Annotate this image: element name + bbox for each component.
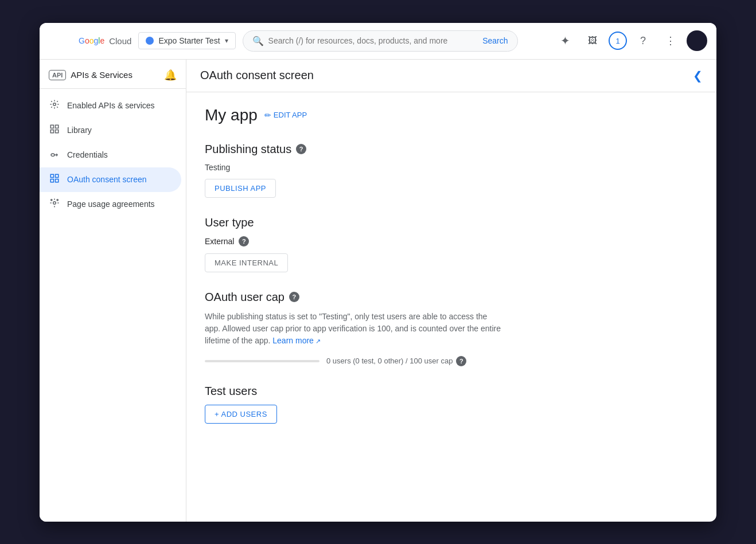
svg-rect-2	[56, 125, 59, 128]
notification-count: 1	[615, 37, 619, 45]
publishing-status-value: Testing	[205, 163, 698, 172]
sidebar-item-label-enabled-apis: Enabled APIs & services	[67, 101, 155, 110]
publishing-status-label: Publishing status	[205, 143, 291, 156]
sidebar-nav: Enabled APIs & services Library Credenti…	[40, 89, 186, 221]
bell-icon: 🔔	[164, 69, 177, 81]
sidebar-item-oauth-consent[interactable]: OAuth consent screen	[40, 167, 181, 192]
progress-container: 0 users (0 test, 0 other) / 100 user cap…	[205, 356, 698, 366]
page-usage-icon	[49, 198, 60, 211]
notification-badge[interactable]: 1	[609, 32, 627, 50]
oauth-cap-desc-text: While publishing status is set to "Testi…	[205, 312, 501, 345]
sparkle-button[interactable]: ✦	[554, 29, 576, 52]
help-button[interactable]: ?	[632, 29, 654, 52]
google-cloud-logo[interactable]: Google Cloud	[79, 36, 131, 46]
enabled-apis-icon	[49, 99, 60, 112]
project-selector[interactable]: Expo Starter Test ▾	[138, 32, 235, 49]
oauth-icon	[49, 173, 60, 186]
photo-icon: 🖼	[588, 36, 597, 46]
google-logo-text: Google	[79, 36, 104, 45]
sparkle-icon: ✦	[560, 34, 570, 48]
photo-button[interactable]: 🖼	[581, 29, 604, 52]
user-type-section: User type External ? MAKE INTERNAL	[205, 216, 698, 272]
oauth-cap-description: While publishing status is set to "Testi…	[205, 311, 503, 347]
sidebar-item-page-usage[interactable]: Page usage agreements	[40, 192, 181, 217]
search-icon: 🔍	[252, 36, 264, 46]
content-area: OAuth consent screen ❮ My app ✏ EDIT APP…	[186, 60, 716, 522]
api-badge: API	[49, 70, 66, 80]
help-icon: ?	[640, 35, 646, 47]
publishing-status-section: Publishing status ? Testing PUBLISH APP	[205, 143, 698, 198]
user-type-label: User type	[205, 216, 254, 229]
sidebar-title: APIs & Services	[71, 70, 133, 80]
progress-label: 0 users (0 test, 0 other) / 100 user cap…	[326, 356, 466, 366]
edit-app-label: EDIT APP	[274, 111, 307, 119]
svg-point-10	[53, 201, 56, 204]
sidebar-item-enabled-apis[interactable]: Enabled APIs & services	[40, 93, 181, 118]
content-header: OAuth consent screen ❮	[186, 60, 716, 92]
user-type-help-icon[interactable]: ?	[239, 236, 249, 246]
search-bar: 🔍 Search	[243, 30, 518, 52]
library-icon	[49, 124, 60, 137]
svg-rect-9	[56, 179, 59, 182]
test-users-section: Test users + ADD USERS	[205, 385, 698, 424]
sidebar-item-label-library: Library	[67, 126, 92, 135]
publish-app-button[interactable]: PUBLISH APP	[205, 179, 276, 198]
topbar: Google Cloud Expo Starter Test ▾ 🔍 Searc…	[40, 23, 716, 60]
chevron-down-icon: ▾	[225, 37, 228, 45]
svg-point-12	[57, 199, 58, 200]
sidebar: API APIs & Services 🔔 Enabled APIs & ser…	[40, 60, 186, 522]
app-window: Google Cloud Expo Starter Test ▾ 🔍 Searc…	[40, 23, 716, 522]
add-users-button[interactable]: + ADD USERS	[205, 405, 277, 424]
search-button[interactable]: Search	[482, 36, 508, 45]
collapse-sidebar-button[interactable]: ❮	[693, 69, 703, 83]
app-name: My app	[205, 106, 258, 124]
test-users-label: Test users	[205, 385, 257, 398]
content-scroll: My app ✏ EDIT APP Publishing status ? Te…	[186, 92, 716, 522]
search-input[interactable]	[268, 36, 478, 45]
svg-point-0	[53, 103, 56, 105]
svg-point-5	[51, 154, 54, 156]
edit-pencil-icon: ✏	[264, 111, 271, 120]
oauth-cap-label: OAuth user cap	[205, 291, 285, 304]
sidebar-item-label-page-usage: Page usage agreements	[67, 199, 155, 209]
avatar[interactable]	[687, 30, 707, 51]
user-type-value: External ?	[205, 236, 698, 246]
oauth-cap-help-icon[interactable]: ?	[289, 292, 299, 302]
content-header-title: OAuth consent screen	[200, 69, 314, 82]
sidebar-item-credentials[interactable]: Credentials	[40, 143, 181, 167]
svg-rect-7	[56, 174, 59, 177]
progress-help-icon[interactable]: ?	[456, 356, 466, 366]
more-icon: ⋮	[665, 34, 676, 47]
svg-rect-8	[50, 179, 53, 182]
user-type-title: User type	[205, 216, 698, 229]
cloud-text: Cloud	[109, 36, 131, 46]
user-type-value-text: External	[205, 237, 234, 246]
sidebar-item-label-credentials: Credentials	[67, 150, 108, 159]
project-dot	[146, 37, 154, 45]
svg-point-11	[51, 199, 52, 200]
svg-rect-6	[50, 174, 53, 177]
page-app-title-row: My app ✏ EDIT APP	[205, 106, 698, 124]
test-users-title: Test users	[205, 385, 698, 398]
sidebar-item-library[interactable]: Library	[40, 118, 181, 143]
svg-rect-1	[50, 125, 53, 128]
svg-rect-3	[50, 130, 53, 132]
progress-bar-track	[205, 360, 319, 362]
more-options-button[interactable]: ⋮	[659, 29, 682, 52]
publishing-status-title: Publishing status ?	[205, 143, 698, 156]
oauth-cap-title: OAuth user cap ?	[205, 291, 698, 304]
oauth-cap-section: OAuth user cap ? While publishing status…	[205, 291, 698, 366]
menu-button[interactable]	[49, 29, 72, 52]
sidebar-item-label-oauth: OAuth consent screen	[67, 175, 147, 184]
topbar-right: ✦ 🖼 1 ? ⋮	[554, 29, 707, 52]
main-layout: API APIs & Services 🔔 Enabled APIs & ser…	[40, 60, 716, 522]
progress-label-text: 0 users (0 test, 0 other) / 100 user cap	[326, 357, 453, 365]
edit-app-link[interactable]: ✏ EDIT APP	[264, 111, 307, 120]
svg-rect-4	[56, 130, 59, 132]
make-internal-button[interactable]: MAKE INTERNAL	[205, 253, 288, 272]
project-name: Expo Starter Test	[158, 36, 220, 45]
sidebar-header: API APIs & Services 🔔	[40, 60, 186, 89]
learn-more-link[interactable]: Learn more	[272, 336, 321, 345]
credentials-icon	[49, 148, 60, 162]
publishing-status-help-icon[interactable]: ?	[296, 144, 306, 154]
